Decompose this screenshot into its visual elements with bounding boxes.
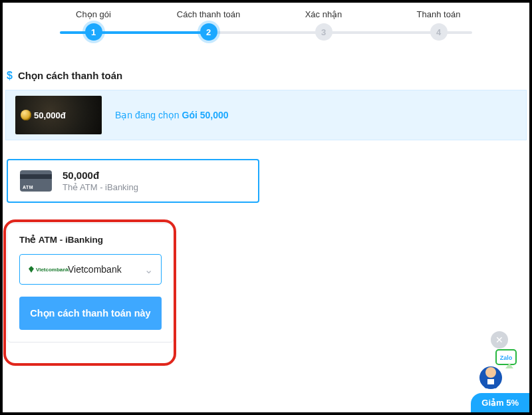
pack-thumbnail: 50,000đ — [15, 96, 102, 134]
step-label: Chọn gói — [36, 9, 151, 19]
progress-stepper: Chọn gói Cách thanh toán Xác nhận Thanh … — [3, 3, 529, 42]
step-label: Cách thanh toán — [151, 9, 266, 19]
selected-pack-banner: 50,000đ Bạn đang chọn Gói 50,000 — [5, 90, 527, 140]
svg-text:Zalo: Zalo — [500, 354, 513, 361]
close-widget-button[interactable]: ✕ — [491, 331, 508, 348]
step-node[interactable]: 2 — [200, 23, 217, 41]
selected-pack-name: Gói 50,000 — [182, 110, 229, 120]
payment-method-card[interactable]: ATM 50,000đ Thẻ ATM - iBanking — [7, 159, 259, 203]
bank-panel-title: Thẻ ATM - iBanking — [19, 234, 162, 245]
atm-card-icon: ATM — [20, 170, 52, 192]
step-node: 3 — [315, 23, 332, 41]
coin-icon — [21, 110, 31, 120]
svg-point-2 — [479, 366, 502, 389]
svg-rect-5 — [487, 379, 494, 384]
pack-price-overlay: 50,000đ — [34, 110, 66, 120]
bank-select[interactable]: Vietcombank Vietcombank ⌄ — [19, 254, 162, 285]
bank-select-value: Vietcombank — [68, 264, 122, 275]
svg-rect-0 — [496, 350, 516, 364]
dollar-icon: $ — [7, 70, 13, 82]
discount-pill[interactable]: Giảm 5% — [471, 393, 529, 412]
section-title: Chọn cách thanh toán — [18, 70, 122, 82]
step-label: Xác nhận — [266, 9, 381, 19]
choose-payment-button[interactable]: Chọn cách thanh toán này — [19, 297, 162, 330]
step-node: 4 — [430, 23, 448, 41]
step-node[interactable]: 1 — [85, 23, 102, 41]
vietcombank-logo: Vietcombank — [28, 266, 61, 273]
bank-logo-text: Vietcombank — [36, 267, 69, 273]
selected-pack-prefix: Bạn đang chọn — [115, 110, 182, 120]
atm-card-label: ATM — [23, 185, 33, 190]
bank-select-panel: Thẻ ATM - iBanking Vietcombank Vietcomba… — [7, 223, 174, 343]
mascot-icon: Zalo — [476, 348, 520, 392]
selected-pack-text: Bạn đang chọn Gói 50,000 — [115, 110, 229, 120]
method-subtitle: Thẻ ATM - iBanking — [63, 182, 138, 192]
step-label: Thanh toán — [381, 9, 496, 19]
svg-rect-4 — [484, 378, 497, 388]
method-price: 50,000đ — [63, 170, 138, 181]
chevron-down-icon: ⌄ — [144, 263, 153, 276]
svg-point-3 — [485, 367, 496, 378]
